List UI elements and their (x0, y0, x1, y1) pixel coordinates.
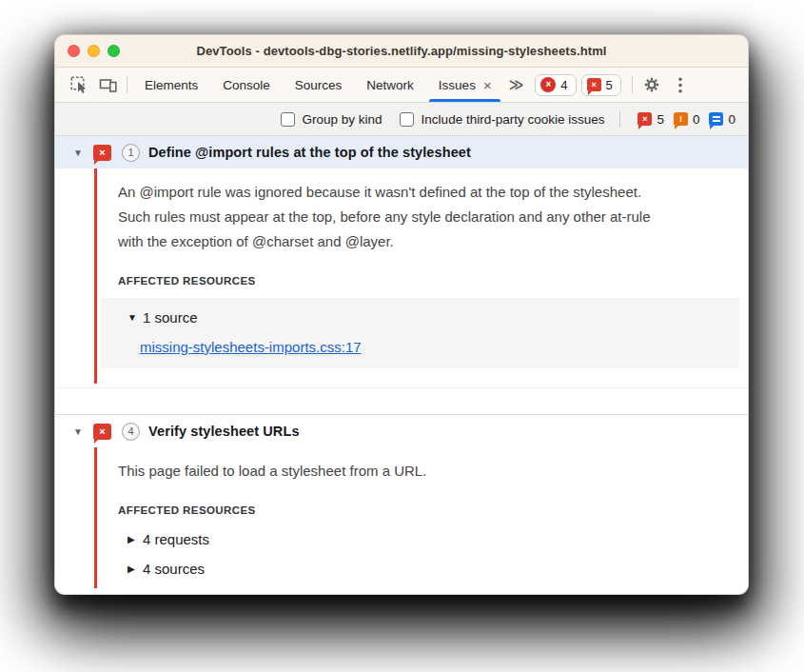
inspect-element-button[interactable] (65, 68, 93, 102)
screenshot-stage: DevTools - devtools-dbg-stories.netlify.… (0, 0, 804, 672)
issue-count-badge: 1 (122, 144, 140, 162)
issue-description: This page failed to load a stylesheet fr… (118, 459, 670, 484)
issue-header[interactable]: ▼ × 1 Define @import rules at the top of… (55, 136, 748, 168)
issue-count-badge: 4 (122, 423, 140, 441)
devtools-tabbar: Elements Console Sources Network Issues … (55, 68, 748, 103)
issue-description: An @import rule was ignored because it w… (118, 180, 670, 254)
tab-sources[interactable]: Sources (283, 68, 355, 102)
affected-resources-box: ▼ 1 source missing-stylesheets-imports.c… (101, 298, 739, 368)
window-titlebar: DevTools - devtools-dbg-stories.netlify.… (55, 35, 748, 68)
issue-item-import-rules: ▼ × 1 Define @import rules at the top of… (55, 136, 748, 388)
issue-title: Define @import rules at the top of the s… (148, 145, 471, 160)
warning-icon: ! (674, 112, 688, 126)
collapsed-triangle-icon[interactable]: ▶ (127, 534, 138, 544)
severity-line (94, 168, 97, 384)
info-icon (709, 112, 723, 126)
issues-filterbar: Group by kind Include third-party cookie… (55, 103, 748, 136)
console-error-counter[interactable]: × 4 (535, 74, 576, 96)
tab-console[interactable]: Console (210, 68, 283, 102)
device-toolbar-icon (98, 75, 118, 94)
device-toolbar-button[interactable] (93, 68, 122, 102)
zoom-window-button[interactable] (108, 45, 120, 57)
collapsed-triangle-icon[interactable]: ▶ (127, 563, 138, 574)
three-dots-menu-icon (678, 77, 682, 93)
issue-kind-error-icon: × (93, 424, 111, 440)
info-indicator: 0 (709, 112, 735, 127)
issue-body: This page failed to load a stylesheet fr… (55, 447, 748, 594)
issue-title: Verify stylesheet URLs (148, 424, 300, 439)
issues-counter[interactable]: × 5 (581, 74, 621, 96)
requests-group-toggle[interactable]: ▶ 4 requests (127, 531, 719, 547)
affected-resources-label: AFFECTED RESOURCES (118, 275, 719, 287)
main-menu-button[interactable] (666, 68, 695, 102)
window-title: DevTools - devtools-dbg-stories.netlify.… (196, 44, 606, 58)
warning-indicator: ! 0 (674, 112, 700, 127)
third-party-cookie-checkbox[interactable]: Include third-party cookie issues (400, 112, 605, 127)
tab-network[interactable]: Network (354, 68, 426, 102)
issue-body: An @import rule was ignored because it w… (55, 168, 748, 387)
close-issues-tab-icon[interactable]: × (476, 78, 498, 92)
devtools-window: DevTools - devtools-dbg-stories.netlify.… (54, 34, 749, 595)
status-counters: × 4 × 5 (535, 68, 620, 102)
page-error-indicator: × 5 (637, 112, 664, 127)
source-link[interactable]: missing-stylesheets-imports.css:17 (140, 339, 362, 355)
close-window-button[interactable] (68, 45, 80, 57)
source-group-toggle[interactable]: ▼ 1 source (127, 309, 739, 326)
issue-kind-error-icon: × (93, 145, 111, 161)
toolbar-separator (127, 76, 127, 93)
expand-triangle-icon[interactable]: ▼ (127, 312, 138, 323)
tab-issues[interactable]: Issues × (426, 68, 503, 102)
issue-count: 5 (606, 78, 613, 92)
issue-header[interactable]: ▼ × 4 Verify stylesheet URLs (55, 415, 748, 447)
affected-resources-list: ▶ 4 requests ▶ 4 sources (118, 531, 719, 577)
tab-elements[interactable]: Elements (132, 68, 210, 102)
settings-button[interactable] (637, 68, 666, 102)
expand-triangle-icon[interactable]: ▼ (73, 148, 85, 158)
group-by-kind-checkbox[interactable]: Group by kind (281, 112, 382, 127)
affected-resources-label: AFFECTED RESOURCES (118, 504, 719, 516)
issue-bubble-icon: × (587, 78, 601, 91)
sources-group-toggle[interactable]: ▶ 4 sources (127, 561, 719, 577)
page-error-icon: × (637, 112, 652, 126)
filterbar-separator (619, 110, 620, 128)
issue-item-verify-stylesheets: ▼ × 4 Verify stylesheet URLs This page f… (55, 414, 748, 594)
minimize-window-button[interactable] (88, 45, 100, 57)
traffic-lights (68, 35, 120, 67)
more-tabs-icon[interactable]: ≫ (503, 68, 530, 102)
severity-line (94, 447, 97, 588)
gear-icon (642, 75, 661, 94)
issues-panel: ▼ × 1 Define @import rules at the top of… (55, 136, 748, 594)
error-count: 4 (560, 78, 567, 92)
expand-triangle-icon[interactable]: ▼ (73, 426, 85, 437)
checkbox-icon[interactable] (400, 112, 414, 127)
toolbar-separator (632, 76, 633, 93)
checkbox-icon[interactable] (281, 112, 295, 127)
error-circle-icon: × (540, 77, 556, 92)
inspect-icon (69, 75, 88, 94)
